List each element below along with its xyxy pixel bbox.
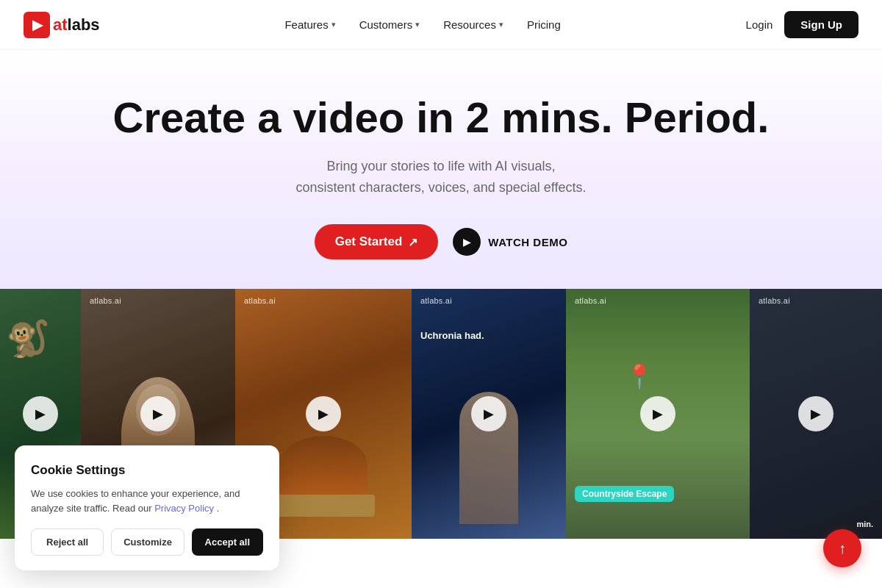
chevron-down-icon: ▾ xyxy=(415,20,420,29)
location-label-5: Countryside Escape xyxy=(575,486,674,502)
cookie-title: Cookie Settings xyxy=(31,463,263,478)
cookie-text: We use cookies to enhance your experienc… xyxy=(31,487,263,515)
cookie-buttons: Reject all Customize Accept all xyxy=(31,528,263,556)
video-watermark-4: atlabs.ai xyxy=(420,296,452,305)
customize-button[interactable]: Customize xyxy=(111,528,184,556)
signup-button[interactable]: Sign Up xyxy=(784,11,858,38)
text-overlay-4: Uchronia had. xyxy=(420,330,484,341)
video-watermark-2: atlabs.ai xyxy=(90,296,121,305)
map-pin-icon: 📍 xyxy=(625,362,654,390)
arrow-icon: ↗ xyxy=(408,235,417,249)
logo-icon: ▶ xyxy=(24,12,50,38)
fab-button[interactable]: ↑ xyxy=(823,529,861,567)
watch-demo-button[interactable]: ▶ WATCH DEMO xyxy=(453,228,567,256)
get-started-button[interactable]: Get Started ↗ xyxy=(315,224,439,259)
nav-features[interactable]: Features ▾ xyxy=(284,18,335,31)
nav-customers[interactable]: Customers ▾ xyxy=(359,18,420,31)
video-overlay-4: ▶ xyxy=(412,289,566,539)
video-watermark-5: atlabs.ai xyxy=(575,296,606,305)
chevron-down-icon: ▾ xyxy=(331,20,336,29)
reject-all-button[interactable]: Reject all xyxy=(31,528,104,556)
nav-actions: Login Sign Up xyxy=(746,11,858,38)
play-button-6[interactable]: ▶ xyxy=(798,396,833,431)
video-watermark-3: atlabs.ai xyxy=(244,296,276,305)
nav-resources[interactable]: Resources ▾ xyxy=(443,18,503,31)
hero-section: Create a video in 2 mins. Period. Bring … xyxy=(0,50,882,289)
hero-buttons: Get Started ↗ ▶ WATCH DEMO xyxy=(15,224,867,259)
play-button-2[interactable]: ▶ xyxy=(140,396,176,431)
nav-links: Features ▾ Customers ▾ Resources ▾ Prici… xyxy=(284,18,560,31)
video-watermark-6: atlabs.ai xyxy=(759,296,790,305)
accept-all-button[interactable]: Accept all xyxy=(192,528,263,556)
video-duration-6: min. xyxy=(856,520,873,528)
play-button-3[interactable]: ▶ xyxy=(306,396,341,431)
monkey-icon: 🐒 xyxy=(6,318,50,359)
logo-text: atlabs xyxy=(53,15,100,35)
video-card-5[interactable]: ▶ atlabs.ai Countryside Escape 📍 xyxy=(566,289,750,539)
hero-subtext: Bring your stories to life with AI visua… xyxy=(15,156,867,198)
logo[interactable]: ▶ atlabs xyxy=(24,12,100,38)
video-card-4[interactable]: ▶ atlabs.ai Uchronia had. xyxy=(412,289,566,539)
privacy-policy-link[interactable]: Privacy Policy xyxy=(154,503,214,514)
login-button[interactable]: Login xyxy=(746,18,773,31)
chevron-down-icon: ▾ xyxy=(499,20,503,29)
play-button-5[interactable]: ▶ xyxy=(640,396,675,431)
nav-pricing[interactable]: Pricing xyxy=(527,18,561,31)
play-icon: ▶ xyxy=(453,228,481,256)
navbar: ▶ atlabs Features ▾ Customers ▾ Resource… xyxy=(0,0,882,50)
play-button-1[interactable]: ▶ xyxy=(23,396,58,431)
cookie-banner: Cookie Settings We use cookies to enhanc… xyxy=(15,445,279,570)
play-button-4[interactable]: ▶ xyxy=(471,396,506,431)
video-card-6[interactable]: ▶ atlabs.ai min. xyxy=(750,289,882,539)
hero-headline: Create a video in 2 mins. Period. xyxy=(15,94,867,141)
chat-icon: ↑ xyxy=(839,540,846,557)
video-overlay-6: ▶ xyxy=(750,289,882,539)
